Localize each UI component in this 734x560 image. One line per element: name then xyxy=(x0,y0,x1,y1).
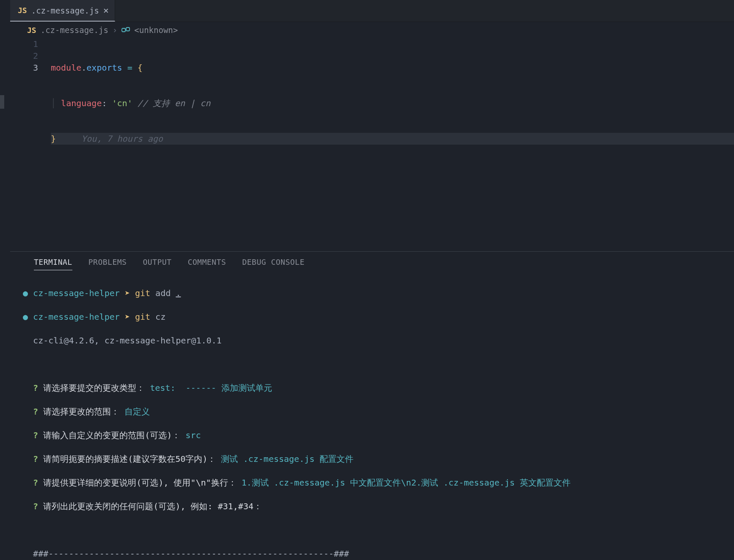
terminal[interactable]: ● cz-message-helper ➤ git add . ● cz-mes… xyxy=(10,272,734,560)
line-number: 3 xyxy=(10,62,38,74)
term-line: ? 请提供更详细的变更说明(可选), 使用"\n"换行： 1.测试 .cz-me… xyxy=(23,477,721,489)
breadcrumb-symbol: <unknown> xyxy=(134,25,178,35)
chevron-right-icon: › xyxy=(113,25,117,35)
panel-tabs: TERMINAL PROBLEMS OUTPUT COMMENTS DEBUG … xyxy=(10,252,734,272)
term-line: ? 请输入自定义的变更的范围(可选)： src xyxy=(23,429,721,441)
line-number: 2 xyxy=(10,50,38,62)
line-number: 1 xyxy=(10,38,38,50)
tab-comments[interactable]: COMMENTS xyxy=(188,258,226,270)
term-line xyxy=(23,358,721,370)
svg-rect-1 xyxy=(126,27,130,31)
editor-tabs: JS .cz-message.js × xyxy=(10,0,734,22)
tab-problems[interactable]: PROBLEMS xyxy=(88,258,127,270)
code[interactable]: module.exports = { │ language: 'cn' // 支… xyxy=(51,38,734,168)
bottom-panel: TERMINAL PROBLEMS OUTPUT COMMENTS DEBUG … xyxy=(10,251,734,560)
tab-terminal[interactable]: TERMINAL xyxy=(34,258,72,270)
term-line: ● cz-message-helper ➤ git add . xyxy=(23,287,721,299)
term-line: ● cz-message-helper ➤ git cz xyxy=(23,311,721,323)
code-line: } You, 7 hours ago xyxy=(51,133,734,145)
code-line: module.exports = { xyxy=(51,62,734,74)
term-line: ? 请选择更改的范围： 自定义 xyxy=(23,406,721,417)
tab-output[interactable]: OUTPUT xyxy=(143,258,171,270)
breadcrumb[interactable]: JS .cz-message.js › <unknown> xyxy=(10,22,734,36)
js-file-icon: JS xyxy=(27,26,36,35)
editor-area: 1 2 3 module.exports = { │ language: 'cn… xyxy=(10,36,734,251)
git-blame-annotation: You, 7 hours ago xyxy=(56,134,163,144)
term-line: ###-------------------------------------… xyxy=(23,548,721,560)
close-icon[interactable]: × xyxy=(103,5,109,16)
app-root: JS .cz-message.js × JS .cz-message.js › … xyxy=(0,0,734,560)
term-line: ? 请简明扼要的摘要描述(建议字数在50字内)： 测试 .cz-message.… xyxy=(23,453,721,465)
term-line: ? 请列出此更改关闭的任何问题(可选), 例如: #31,#34： xyxy=(23,500,721,512)
gutter: 1 2 3 xyxy=(10,38,51,168)
term-line: cz-cli@4.2.6, cz-message-helper@1.0.1 xyxy=(23,335,721,346)
term-line xyxy=(23,524,721,536)
js-file-icon: JS xyxy=(18,6,27,15)
activity-bar xyxy=(0,0,10,560)
tab-filename: .cz-message.js xyxy=(31,6,99,15)
term-line: ? 请选择要提交的更改类型： test: ------ 添加测试单元 xyxy=(23,382,721,394)
activity-marker xyxy=(0,95,4,109)
svg-rect-0 xyxy=(122,28,125,32)
main-column: JS .cz-message.js × JS .cz-message.js › … xyxy=(10,0,734,560)
editor[interactable]: 1 2 3 module.exports = { │ language: 'cn… xyxy=(10,36,734,168)
breadcrumb-file: .cz-message.js xyxy=(41,25,108,35)
symbol-icon xyxy=(121,25,130,35)
tab-debug-console[interactable]: DEBUG CONSOLE xyxy=(242,258,304,270)
code-line: │ language: 'cn' // 支持 en | cn xyxy=(51,97,734,109)
tab-cz-message[interactable]: JS .cz-message.js × xyxy=(10,0,115,22)
